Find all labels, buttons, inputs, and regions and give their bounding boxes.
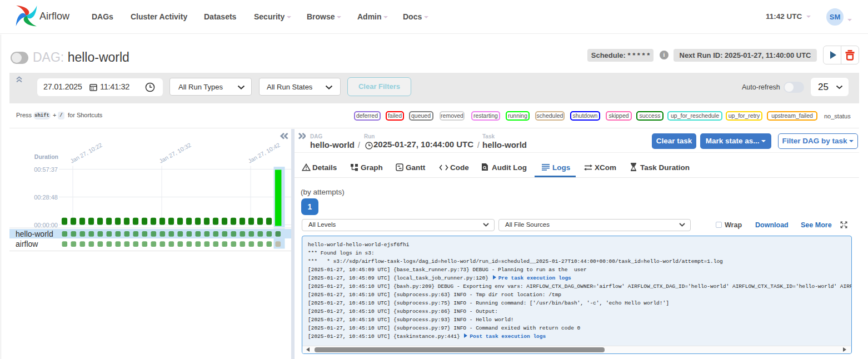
svg-text:Jan 27, 10:42: Jan 27, 10:42 [247, 141, 281, 164]
svg-text:00:28:48: 00:28:48 [34, 194, 58, 201]
svg-text:Duration: Duration [34, 153, 58, 160]
svg-text:airflow: airflow [16, 240, 38, 248]
svg-text:Jan 27, 10:32: Jan 27, 10:32 [158, 141, 192, 164]
svg-text:00:57:37: 00:57:37 [34, 166, 58, 173]
svg-text:Jan 27, 10:22: Jan 27, 10:22 [69, 141, 103, 164]
svg-text:hello-world: hello-world [16, 230, 53, 238]
